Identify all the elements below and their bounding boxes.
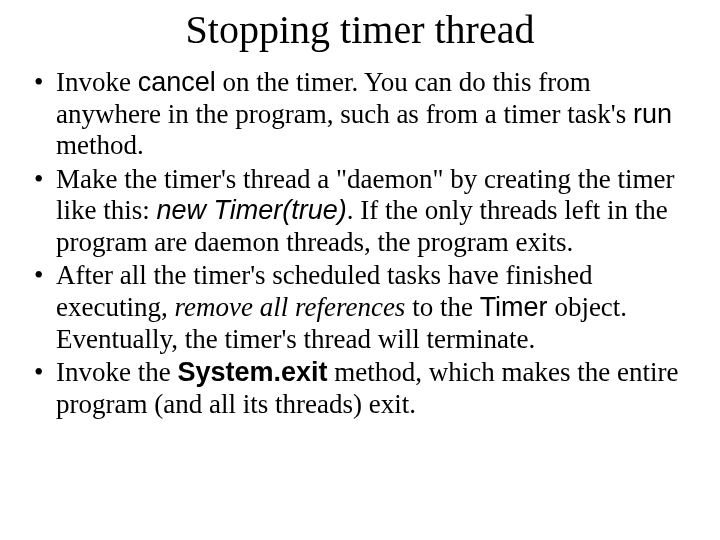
bullet-1: Invoke cancel on the timer. You can do t… — [56, 67, 690, 162]
slide: Stopping timer thread Invoke cancel on t… — [0, 0, 720, 540]
text: Invoke the — [56, 357, 177, 387]
slide-title: Stopping timer thread — [20, 6, 700, 53]
text: method. — [56, 130, 144, 160]
text: to the — [405, 292, 479, 322]
bullet-3: After all the timer's scheduled tasks ha… — [56, 260, 690, 355]
emph-remove-refs: remove all references — [174, 292, 405, 322]
code-new-timer: new Timer(true) — [157, 195, 347, 225]
code-cancel: cancel — [138, 67, 216, 97]
code-run: run — [633, 99, 672, 129]
bullet-list: Invoke cancel on the timer. You can do t… — [20, 67, 700, 420]
code-timer: Timer — [480, 292, 548, 322]
text: Invoke — [56, 67, 138, 97]
bullet-4: Invoke the System.exit method, which mak… — [56, 357, 690, 420]
code-system-exit: System.exit — [177, 357, 327, 387]
bullet-2: Make the timer's thread a "daemon" by cr… — [56, 164, 690, 259]
